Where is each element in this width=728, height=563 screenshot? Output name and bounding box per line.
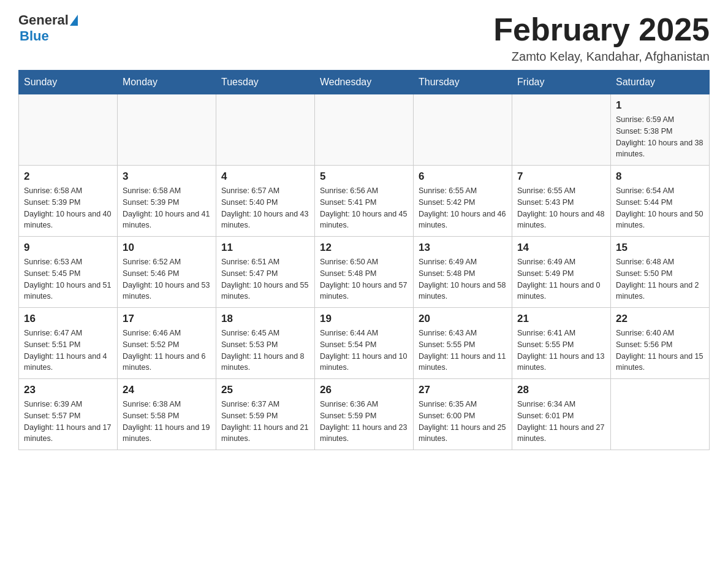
- day-number: 1: [616, 99, 704, 112]
- calendar-cell: 7Sunrise: 6:55 AM Sunset: 5:43 PM Daylig…: [512, 166, 611, 237]
- day-number: 27: [419, 384, 507, 396]
- day-number: 26: [320, 384, 408, 396]
- calendar-cell: 1Sunrise: 6:59 AM Sunset: 5:38 PM Daylig…: [611, 94, 710, 166]
- day-number: 16: [24, 313, 112, 325]
- calendar-cell: 16Sunrise: 6:47 AM Sunset: 5:51 PM Dayli…: [19, 308, 118, 379]
- calendar-cell: 11Sunrise: 6:51 AM Sunset: 5:47 PM Dayli…: [216, 237, 315, 308]
- calendar-cell: 27Sunrise: 6:35 AM Sunset: 6:00 PM Dayli…: [414, 379, 512, 450]
- day-info: Sunrise: 6:49 AM Sunset: 5:49 PM Dayligh…: [517, 256, 605, 302]
- calendar-cell: 26Sunrise: 6:36 AM Sunset: 5:59 PM Dayli…: [315, 379, 414, 450]
- calendar-cell: 2Sunrise: 6:58 AM Sunset: 5:39 PM Daylig…: [19, 166, 118, 237]
- logo: General Blue: [18, 12, 78, 44]
- calendar-cell: [216, 94, 315, 166]
- calendar-cell: [118, 94, 216, 166]
- calendar-body: 1Sunrise: 6:59 AM Sunset: 5:38 PM Daylig…: [19, 94, 710, 450]
- day-info: Sunrise: 6:36 AM Sunset: 5:59 PM Dayligh…: [320, 399, 408, 445]
- day-info: Sunrise: 6:34 AM Sunset: 6:01 PM Dayligh…: [517, 399, 605, 445]
- day-number: 4: [221, 170, 309, 183]
- calendar-cell: 6Sunrise: 6:55 AM Sunset: 5:42 PM Daylig…: [414, 166, 512, 237]
- calendar-cell: 8Sunrise: 6:54 AM Sunset: 5:44 PM Daylig…: [611, 166, 710, 237]
- day-number: 9: [24, 242, 112, 254]
- logo-blue-text: Blue: [20, 28, 49, 44]
- day-info: Sunrise: 6:39 AM Sunset: 5:57 PM Dayligh…: [24, 399, 112, 445]
- day-info: Sunrise: 6:35 AM Sunset: 6:00 PM Dayligh…: [419, 399, 507, 445]
- day-info: Sunrise: 6:59 AM Sunset: 5:38 PM Dayligh…: [616, 114, 704, 160]
- day-number: 18: [221, 313, 309, 325]
- title-section: February 2025 Zamto Kelay, Kandahar, Afg…: [493, 12, 710, 64]
- calendar-table: Sunday Monday Tuesday Wednesday Thursday…: [18, 70, 710, 450]
- logo-general-text: General: [18, 12, 69, 28]
- week-row: 9Sunrise: 6:53 AM Sunset: 5:45 PM Daylig…: [19, 237, 710, 308]
- calendar-cell: 5Sunrise: 6:56 AM Sunset: 5:41 PM Daylig…: [315, 166, 414, 237]
- calendar-cell: [512, 94, 611, 166]
- day-number: 6: [419, 170, 507, 183]
- day-info: Sunrise: 6:49 AM Sunset: 5:48 PM Dayligh…: [419, 256, 507, 302]
- day-info: Sunrise: 6:44 AM Sunset: 5:54 PM Dayligh…: [320, 327, 408, 373]
- calendar-header: Sunday Monday Tuesday Wednesday Thursday…: [19, 71, 710, 94]
- day-info: Sunrise: 6:57 AM Sunset: 5:40 PM Dayligh…: [221, 185, 309, 231]
- calendar-cell: 20Sunrise: 6:43 AM Sunset: 5:55 PM Dayli…: [414, 308, 512, 379]
- day-number: 5: [320, 170, 408, 183]
- calendar-cell: 24Sunrise: 6:38 AM Sunset: 5:58 PM Dayli…: [118, 379, 216, 450]
- calendar-cell: [611, 379, 710, 450]
- calendar-cell: 13Sunrise: 6:49 AM Sunset: 5:48 PM Dayli…: [414, 237, 512, 308]
- day-number: 8: [616, 170, 704, 183]
- calendar-cell: 17Sunrise: 6:46 AM Sunset: 5:52 PM Dayli…: [118, 308, 216, 379]
- header-row: Sunday Monday Tuesday Wednesday Thursday…: [19, 71, 710, 94]
- day-info: Sunrise: 6:52 AM Sunset: 5:46 PM Dayligh…: [123, 256, 211, 302]
- week-row: 23Sunrise: 6:39 AM Sunset: 5:57 PM Dayli…: [19, 379, 710, 450]
- day-number: 12: [320, 242, 408, 254]
- day-info: Sunrise: 6:45 AM Sunset: 5:53 PM Dayligh…: [221, 327, 309, 373]
- page-header: General Blue February 2025 Zamto Kelay, …: [18, 12, 710, 64]
- day-info: Sunrise: 6:58 AM Sunset: 5:39 PM Dayligh…: [24, 185, 112, 231]
- calendar-cell: 25Sunrise: 6:37 AM Sunset: 5:59 PM Dayli…: [216, 379, 315, 450]
- calendar-cell: 14Sunrise: 6:49 AM Sunset: 5:49 PM Dayli…: [512, 237, 611, 308]
- day-info: Sunrise: 6:37 AM Sunset: 5:59 PM Dayligh…: [221, 399, 309, 445]
- logo-triangle-icon: [70, 15, 78, 26]
- calendar-cell: 28Sunrise: 6:34 AM Sunset: 6:01 PM Dayli…: [512, 379, 611, 450]
- day-number: 20: [419, 313, 507, 325]
- calendar-cell: 18Sunrise: 6:45 AM Sunset: 5:53 PM Dayli…: [216, 308, 315, 379]
- day-info: Sunrise: 6:46 AM Sunset: 5:52 PM Dayligh…: [123, 327, 211, 373]
- week-row: 2Sunrise: 6:58 AM Sunset: 5:39 PM Daylig…: [19, 166, 710, 237]
- day-number: 21: [517, 313, 605, 325]
- day-info: Sunrise: 6:51 AM Sunset: 5:47 PM Dayligh…: [221, 256, 309, 302]
- col-wednesday: Wednesday: [315, 71, 414, 94]
- day-info: Sunrise: 6:50 AM Sunset: 5:48 PM Dayligh…: [320, 256, 408, 302]
- day-number: 28: [517, 384, 605, 396]
- col-saturday: Saturday: [611, 71, 710, 94]
- day-number: 15: [616, 242, 704, 254]
- calendar-cell: 22Sunrise: 6:40 AM Sunset: 5:56 PM Dayli…: [611, 308, 710, 379]
- day-number: 17: [123, 313, 211, 325]
- day-number: 25: [221, 384, 309, 396]
- calendar-cell: 19Sunrise: 6:44 AM Sunset: 5:54 PM Dayli…: [315, 308, 414, 379]
- calendar-cell: 15Sunrise: 6:48 AM Sunset: 5:50 PM Dayli…: [611, 237, 710, 308]
- col-friday: Friday: [512, 71, 611, 94]
- location-title: Zamto Kelay, Kandahar, Afghanistan: [493, 50, 710, 64]
- day-number: 19: [320, 313, 408, 325]
- col-tuesday: Tuesday: [216, 71, 315, 94]
- day-info: Sunrise: 6:40 AM Sunset: 5:56 PM Dayligh…: [616, 327, 704, 373]
- calendar-cell: 9Sunrise: 6:53 AM Sunset: 5:45 PM Daylig…: [19, 237, 118, 308]
- calendar-cell: [315, 94, 414, 166]
- day-info: Sunrise: 6:54 AM Sunset: 5:44 PM Dayligh…: [616, 185, 704, 231]
- calendar-cell: [19, 94, 118, 166]
- col-sunday: Sunday: [19, 71, 118, 94]
- month-title: February 2025: [493, 12, 710, 47]
- day-info: Sunrise: 6:53 AM Sunset: 5:45 PM Dayligh…: [24, 256, 112, 302]
- day-info: Sunrise: 6:58 AM Sunset: 5:39 PM Dayligh…: [123, 185, 211, 231]
- day-info: Sunrise: 6:41 AM Sunset: 5:55 PM Dayligh…: [517, 327, 605, 373]
- day-number: 24: [123, 384, 211, 396]
- day-info: Sunrise: 6:38 AM Sunset: 5:58 PM Dayligh…: [123, 399, 211, 445]
- col-thursday: Thursday: [414, 71, 512, 94]
- calendar-cell: 21Sunrise: 6:41 AM Sunset: 5:55 PM Dayli…: [512, 308, 611, 379]
- day-number: 22: [616, 313, 704, 325]
- calendar-cell: 23Sunrise: 6:39 AM Sunset: 5:57 PM Dayli…: [19, 379, 118, 450]
- day-info: Sunrise: 6:55 AM Sunset: 5:42 PM Dayligh…: [419, 185, 507, 231]
- col-monday: Monday: [118, 71, 216, 94]
- calendar-cell: 12Sunrise: 6:50 AM Sunset: 5:48 PM Dayli…: [315, 237, 414, 308]
- day-number: 3: [123, 170, 211, 183]
- day-info: Sunrise: 6:47 AM Sunset: 5:51 PM Dayligh…: [24, 327, 112, 373]
- calendar-cell: 3Sunrise: 6:58 AM Sunset: 5:39 PM Daylig…: [118, 166, 216, 237]
- week-row: 1Sunrise: 6:59 AM Sunset: 5:38 PM Daylig…: [19, 94, 710, 166]
